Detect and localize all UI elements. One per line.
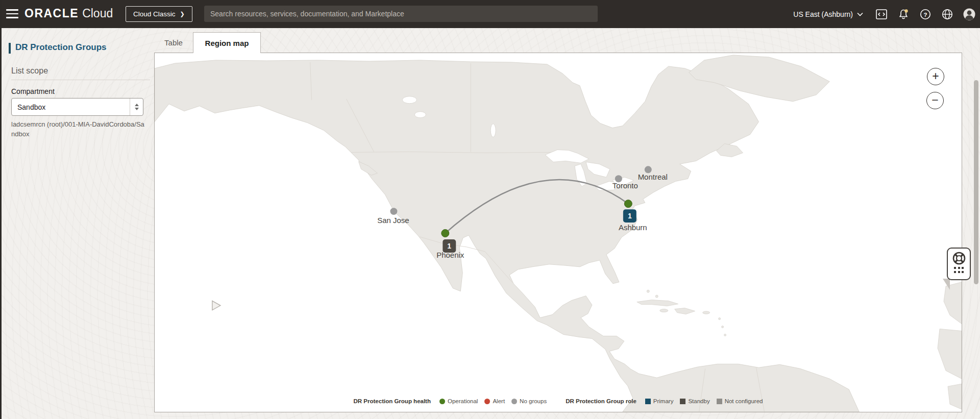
- help-icon[interactable]: ?: [919, 8, 932, 21]
- legend-item-primary: Primary: [645, 398, 674, 404]
- no-groups-dot-icon: [511, 399, 517, 404]
- user-avatar[interactable]: [963, 8, 976, 21]
- title-accent-bar: [9, 43, 11, 54]
- legend-item-not-configured: Not configured: [717, 398, 763, 404]
- notifications-bell-icon[interactable]: [897, 8, 910, 21]
- standby-square-icon: [680, 399, 685, 404]
- region-label: US East (Ashburn): [793, 10, 853, 18]
- legend-item-standby: Standby: [680, 398, 709, 404]
- chevron-right-icon: ❯: [180, 11, 185, 17]
- logo-product-text: Cloud: [82, 7, 113, 20]
- map-canvas[interactable]: Montreal Toronto San Jose 1 Ashburn 1 Ph…: [155, 53, 962, 412]
- map-zoom-out-button[interactable]: −: [926, 92, 944, 109]
- tab-region-map[interactable]: Region map: [193, 32, 261, 53]
- logo-brand-text: ORACLE: [24, 7, 79, 20]
- svg-text:?: ?: [923, 12, 927, 18]
- drag-dots-icon: [954, 267, 964, 273]
- cloud-classic-button[interactable]: Cloud Classic ❯: [126, 6, 192, 22]
- chevron-down-icon: [857, 12, 863, 16]
- list-scope-divider: [11, 80, 150, 80]
- legend-health-title: DR Protection Group health: [354, 398, 431, 404]
- city-label-montreal: Montreal: [638, 172, 668, 181]
- not-configured-square-icon: [717, 399, 722, 404]
- region-map-panel: Montreal Toronto San Jose 1 Ashburn 1 Ph…: [154, 53, 962, 412]
- city-label-toronto: Toronto: [612, 181, 638, 190]
- operational-dot-icon: [439, 399, 445, 404]
- svg-text:1: 1: [447, 242, 451, 250]
- list-scope-heading: List scope: [11, 66, 48, 76]
- top-header-bar: ORACLECloud Cloud Classic ❯ US East (Ash…: [0, 0, 980, 28]
- play-icon[interactable]: [212, 301, 220, 310]
- legend-item-operational: Operational: [439, 398, 478, 404]
- developer-console-icon[interactable]: [875, 8, 888, 21]
- city-label-san-jose: San Jose: [377, 216, 409, 225]
- legend-role-title: DR Protection Group role: [566, 398, 636, 404]
- city-label-phoenix: Phoenix: [436, 251, 464, 259]
- oracle-cloud-logo: ORACLECloud: [24, 7, 113, 20]
- alert-dot-icon: [484, 399, 490, 404]
- map-legend: DR Protection Group health Operational A…: [155, 398, 962, 404]
- search-input[interactable]: [204, 6, 598, 22]
- compartment-label: Compartment: [11, 87, 55, 95]
- city-label-ashburn: Ashburn: [619, 223, 647, 232]
- north-america-landmass: [155, 60, 859, 412]
- region-selector[interactable]: US East (Ashburn): [793, 10, 863, 18]
- svg-text:1: 1: [628, 212, 632, 220]
- map-zoom-in-button[interactable]: +: [927, 68, 944, 85]
- life-preserver-icon: [952, 251, 966, 265]
- left-edge-rail: [0, 0, 2, 419]
- cloud-classic-label: Cloud Classic: [133, 10, 176, 18]
- legend-item-alert: Alert: [484, 398, 505, 404]
- language-globe-icon[interactable]: [941, 8, 954, 21]
- compartment-path-text: ladcsemrcn (root)/001-MIA-DavidCordoba/S…: [11, 120, 146, 139]
- primary-square-icon: [645, 399, 651, 404]
- compartment-selected-value: Sandbox: [12, 103, 130, 111]
- vertical-scrollbar-thumb[interactable]: [974, 80, 978, 284]
- select-caret-icon: [130, 98, 143, 115]
- header-right-cluster: US East (Ashburn) ?: [793, 0, 976, 28]
- support-help-widget[interactable]: [947, 248, 971, 280]
- help-widget-flap: [943, 279, 950, 290]
- compartment-select[interactable]: Sandbox: [11, 98, 143, 116]
- tab-table[interactable]: Table: [154, 33, 193, 53]
- notification-badge-dot: [904, 9, 908, 12]
- hamburger-menu-icon[interactable]: [6, 9, 18, 19]
- page-title: DR Protection Groups: [15, 42, 107, 53]
- legend-item-no-groups: No groups: [511, 398, 547, 404]
